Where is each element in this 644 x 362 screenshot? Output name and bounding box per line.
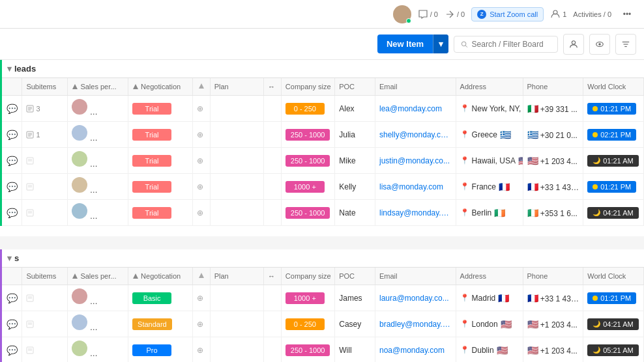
- th2-email[interactable]: Email: [375, 268, 456, 285]
- size-badge[interactable]: 0 - 250: [285, 318, 325, 330]
- new-item-button[interactable]: New Item ▾: [377, 35, 448, 53]
- sales-status-cell[interactable]: Won: [68, 337, 128, 363]
- company-size-cell[interactable]: 250 - 1000: [281, 122, 334, 148]
- th-sales[interactable]: Sales per...: [68, 78, 128, 96]
- sales-badge[interactable]: Won: [93, 296, 128, 307]
- email-cell[interactable]: lisa@monday.com: [375, 174, 456, 200]
- email-cell[interactable]: shelly@monday.co...: [375, 122, 456, 148]
- zoom-button[interactable]: Start Zoom call: [471, 7, 544, 21]
- email-cell[interactable]: laura@monday.co...: [375, 285, 456, 311]
- th2-phone[interactable]: Phone: [523, 268, 583, 285]
- sales-status-cell[interactable]: Won: [68, 285, 128, 311]
- new-item-main[interactable]: New Item: [377, 35, 433, 53]
- sales-status-cell[interactable]: Won: [68, 311, 128, 337]
- sales-status-cell[interactable]: In progress: [68, 174, 128, 200]
- email-cell[interactable]: lindsay@monday.c...: [375, 200, 456, 226]
- negotiation-cell[interactable]: Trial: [128, 96, 193, 122]
- members-action[interactable]: 1: [550, 9, 566, 20]
- search-input[interactable]: [472, 40, 551, 49]
- company-size-cell[interactable]: 250 - 1000: [281, 337, 334, 363]
- sales-badge[interactable]: Won: [93, 348, 128, 359]
- company-size-cell[interactable]: 0 - 250: [281, 311, 334, 337]
- negotiation-cell[interactable]: Trial: [128, 200, 193, 226]
- expand-cell[interactable]: ⊕: [192, 148, 210, 174]
- negotiation-cell[interactable]: Pro: [128, 337, 193, 363]
- expand-cell[interactable]: ⊕: [192, 174, 210, 200]
- neg-badge[interactable]: Basic: [132, 292, 171, 304]
- th2-company-size[interactable]: Company size: [281, 268, 334, 285]
- neg-badge[interactable]: Standard: [132, 318, 172, 330]
- th2-clock[interactable]: World Clock: [583, 268, 644, 285]
- more-options-button[interactable]: •••: [618, 5, 636, 23]
- size-badge[interactable]: 250 - 1000: [285, 155, 330, 167]
- size-badge[interactable]: 0 - 250: [285, 103, 325, 115]
- section1-caret[interactable]: ▾: [7, 64, 12, 74]
- th-negotiation[interactable]: Negotication: [128, 78, 193, 96]
- comments-action[interactable]: / 0: [418, 9, 438, 20]
- subitems-cell[interactable]: [22, 311, 68, 337]
- email-cell[interactable]: lea@monday.com: [375, 96, 456, 122]
- neg-badge[interactable]: Trial: [132, 181, 171, 193]
- th-poc[interactable]: POC: [335, 78, 375, 96]
- th2-plan[interactable]: Plan: [210, 268, 263, 285]
- company-size-cell[interactable]: 250 - 1000: [281, 200, 334, 226]
- subitems-cell[interactable]: [22, 200, 68, 226]
- email-cell[interactable]: justin@monday.co...: [375, 148, 456, 174]
- size-badge[interactable]: 1000 +: [285, 181, 325, 193]
- new-item-dropdown-arrow[interactable]: ▾: [433, 35, 448, 53]
- eye-button[interactable]: [589, 34, 610, 55]
- email-cell[interactable]: noa@monday.com: [375, 337, 456, 363]
- sales-badge[interactable]: In progress: [93, 184, 128, 196]
- sales-badge[interactable]: In progress: [93, 106, 128, 118]
- negotiation-cell[interactable]: Standard: [128, 311, 193, 337]
- negotiation-cell[interactable]: Trial: [128, 122, 193, 148]
- th-company-size[interactable]: Company size: [281, 78, 334, 96]
- neg-badge[interactable]: Trial: [132, 207, 171, 219]
- negotiation-cell[interactable]: Trial: [128, 174, 193, 200]
- person-filter-button[interactable]: [563, 34, 584, 55]
- avatar[interactable]: [393, 5, 411, 23]
- expand-cell[interactable]: ⊕: [192, 200, 210, 226]
- expand-cell[interactable]: ⊕: [192, 285, 210, 311]
- th2-poc[interactable]: POC: [335, 268, 375, 285]
- subitems-cell[interactable]: 3: [22, 96, 68, 122]
- th-email[interactable]: Email: [375, 78, 456, 96]
- th-subitems[interactable]: Subitems: [22, 78, 68, 96]
- subitems-cell[interactable]: 1: [22, 122, 68, 148]
- company-size-cell[interactable]: 0 - 250: [281, 96, 334, 122]
- sales-badge[interactable]: In progress: [93, 158, 128, 170]
- expand-cell[interactable]: ⊕: [192, 122, 210, 148]
- search-box[interactable]: [454, 36, 558, 53]
- sales-status-cell[interactable]: In progress: [68, 148, 128, 174]
- th2-sales[interactable]: Sales per...: [68, 268, 128, 285]
- size-badge[interactable]: 250 - 1000: [285, 344, 330, 356]
- th2-subitems[interactable]: Subitems: [22, 268, 68, 285]
- activities-action[interactable]: Activities / 0: [573, 10, 611, 18]
- negotiation-cell[interactable]: Trial: [128, 148, 193, 174]
- expand-cell[interactable]: ⊕: [192, 96, 210, 122]
- sales-status-cell[interactable]: In progress: [68, 96, 128, 122]
- neg-badge[interactable]: Trial: [132, 129, 171, 141]
- subitems-cell[interactable]: [22, 285, 68, 311]
- size-badge[interactable]: 250 - 1000: [285, 207, 330, 219]
- th-plan[interactable]: Plan: [210, 78, 263, 96]
- sales-badge[interactable]: In progress: [93, 210, 128, 222]
- sales-badge[interactable]: Won: [93, 322, 128, 333]
- filter-button[interactable]: [615, 34, 636, 55]
- size-badge[interactable]: 250 - 1000: [285, 129, 330, 141]
- sales-status-cell[interactable]: In progress: [68, 122, 128, 148]
- expand-cell[interactable]: ⊕: [192, 311, 210, 337]
- sales-badge[interactable]: In progress: [93, 132, 128, 144]
- negotiation-cell[interactable]: Basic: [128, 285, 193, 311]
- th-clock[interactable]: World Clock: [583, 78, 644, 96]
- neg-badge[interactable]: Trial: [132, 103, 171, 115]
- expand-cell[interactable]: ⊕: [192, 337, 210, 363]
- subitems-cell[interactable]: [22, 337, 68, 363]
- company-size-cell[interactable]: 250 - 1000: [281, 148, 334, 174]
- neg-badge[interactable]: Pro: [132, 344, 171, 356]
- th-address[interactable]: Address: [456, 78, 523, 96]
- th2-negotiation[interactable]: Negotication: [128, 268, 193, 285]
- sales-status-cell[interactable]: In progress: [68, 200, 128, 226]
- neg-badge[interactable]: Trial: [132, 155, 171, 167]
- subitems-cell[interactable]: [22, 148, 68, 174]
